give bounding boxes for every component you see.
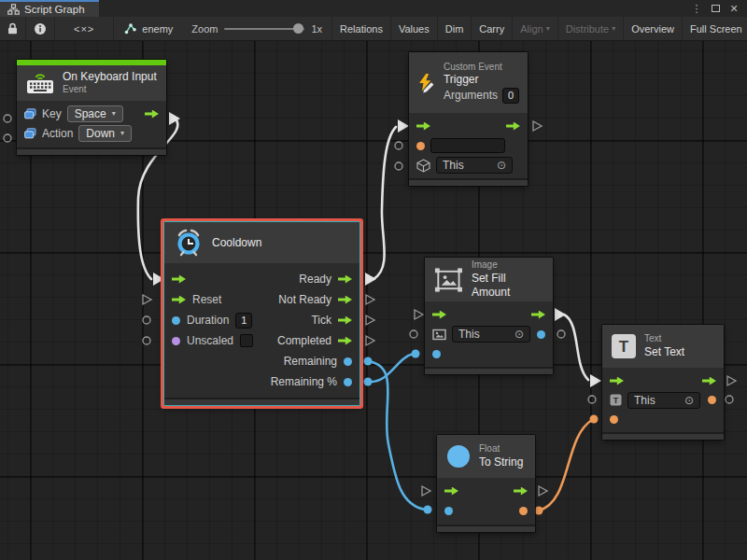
port-marker[interactable] (726, 396, 733, 403)
wire-end-dot[interactable] (364, 378, 373, 386)
flow-input-port[interactable] (172, 275, 186, 284)
port-marker[interactable] (410, 330, 417, 338)
port-marker[interactable] (143, 295, 151, 304)
flow-in-marker[interactable] (398, 119, 409, 133)
port-marker[interactable] (533, 121, 542, 131)
flow-in-marker[interactable] (590, 374, 601, 387)
event-name-input[interactable] (430, 138, 505, 153)
flow-out-marker[interactable] (365, 273, 376, 286)
wire-end-dot[interactable] (424, 506, 432, 514)
flow-output-ready[interactable] (338, 275, 352, 284)
node-subtitle: Event (63, 84, 157, 96)
graph-canvas[interactable]: On Keyboard Input Event Key Space ▾ (0, 41, 747, 560)
value-input-port[interactable] (416, 142, 425, 150)
flow-output-not-ready[interactable] (338, 296, 352, 304)
action-dropdown[interactable]: Down ▾ (78, 125, 132, 142)
node-float-to-string[interactable]: Float To String (437, 435, 535, 532)
port-marker[interactable] (4, 134, 11, 142)
port-marker[interactable] (366, 315, 374, 325)
node-on-keyboard-input[interactable]: On Keyboard Input Event Key Space ▾ (17, 60, 166, 155)
fill-amount-input-port[interactable] (432, 350, 441, 358)
unscaled-checkbox[interactable] (240, 334, 253, 347)
port-marker[interactable] (143, 337, 150, 344)
node-text-set-text[interactable]: T Text Set Text T Th (602, 325, 724, 440)
port-marker[interactable] (727, 376, 736, 385)
arguments-value[interactable]: 0 (502, 88, 519, 104)
toolbar-button-fullscreen[interactable]: Full Screen (682, 17, 747, 40)
wire-remaining-to-float[interactable] (368, 361, 426, 510)
flow-output-port[interactable] (514, 487, 528, 496)
tab-script-graph[interactable]: Script Graph (0, 0, 99, 17)
zoom-slider-handle[interactable] (293, 23, 303, 34)
flow-output-port[interactable] (145, 110, 159, 119)
zoom-slider[interactable] (224, 28, 304, 30)
port-marker[interactable] (143, 316, 150, 324)
value-input-duration[interactable] (172, 316, 180, 325)
toolbar-button-dim[interactable]: Dim (437, 17, 472, 40)
flow-output-completed[interactable] (338, 337, 352, 345)
float-input-port[interactable] (444, 507, 453, 515)
menu-icon[interactable]: ⋮ (689, 1, 704, 16)
node-cooldown[interactable]: Cooldown Ready Reset Not Ready Duration … (164, 222, 359, 405)
flow-out-marker[interactable] (169, 112, 180, 125)
target-object-field[interactable]: This ⊙ (452, 326, 530, 343)
wire-end-dot[interactable] (590, 415, 599, 424)
node-custom-event-trigger[interactable]: Custom Event Trigger Arguments 0 (409, 52, 528, 186)
port-marker[interactable] (557, 330, 565, 338)
value-output-port[interactable] (537, 330, 545, 339)
wire-end-dot[interactable] (535, 507, 543, 515)
toolbar-button-values[interactable]: Values (390, 17, 437, 40)
port-label-duration: Duration (187, 314, 229, 327)
port-marker[interactable] (366, 295, 374, 304)
key-dropdown[interactable]: Space ▾ (67, 105, 123, 122)
target-object-field[interactable]: This ⊙ (436, 157, 513, 174)
node-header: Image Set Fill Amount (425, 258, 553, 301)
wire-image-to-text[interactable] (564, 315, 588, 380)
node-title: Cooldown (212, 236, 261, 249)
flow-output-port[interactable] (702, 377, 716, 385)
port-marker[interactable] (395, 142, 402, 149)
toolbar-button-overview[interactable]: Overview (623, 17, 682, 40)
wire-ready-to-customevent[interactable] (374, 127, 396, 279)
port-marker[interactable] (415, 310, 423, 319)
wire-end-dot[interactable] (364, 357, 373, 366)
port-marker[interactable] (395, 162, 402, 170)
flow-in-marker[interactable] (153, 273, 164, 286)
node-image-set-fill-amount[interactable]: Image Set Fill Amount This (425, 258, 553, 374)
toolbar-button-carry[interactable]: Carry (471, 17, 512, 40)
value-input-unscaled[interactable] (172, 337, 180, 345)
inspect-button[interactable] (26, 17, 55, 40)
flow-input-port[interactable] (416, 122, 430, 131)
flow-output-port[interactable] (506, 122, 520, 131)
image-icon (433, 266, 464, 294)
port-marker[interactable] (366, 336, 374, 345)
toolbar-button-relations[interactable]: Relations (331, 17, 390, 40)
maximize-icon[interactable] (708, 1, 723, 16)
wire-remainingpct-to-image[interactable] (368, 354, 414, 382)
value-output-remaining-pct[interactable] (344, 378, 352, 386)
port-marker[interactable] (539, 486, 547, 496)
port-marker[interactable] (422, 486, 430, 496)
flow-output-tick[interactable] (338, 316, 352, 325)
value-output-remaining[interactable] (344, 357, 352, 366)
flow-output-port[interactable] (531, 311, 545, 319)
close-icon[interactable]: ✕ (726, 1, 741, 16)
text-input-port[interactable] (610, 415, 618, 424)
flow-input-port[interactable] (610, 377, 624, 385)
duration-input[interactable] (235, 313, 252, 329)
titlebar: Script Graph ⋮ ✕ (0, 0, 747, 17)
edit-graph-button[interactable]: <×> (55, 17, 114, 40)
flow-input-port[interactable] (432, 311, 446, 319)
target-object-field[interactable]: This ⊙ (627, 392, 700, 409)
port-marker[interactable] (4, 115, 11, 122)
wire-end-dot[interactable] (412, 350, 420, 358)
flow-out-marker[interactable] (555, 308, 566, 321)
flow-input-port[interactable] (444, 487, 458, 496)
graph-breadcrumb[interactable]: enemy (114, 17, 182, 40)
flow-input-reset[interactable] (172, 296, 186, 304)
wire-float-to-text[interactable] (539, 420, 592, 511)
lock-button[interactable] (0, 17, 26, 40)
port-marker[interactable] (588, 396, 596, 403)
string-output-port[interactable] (519, 507, 528, 515)
value-output-port[interactable] (708, 396, 716, 404)
